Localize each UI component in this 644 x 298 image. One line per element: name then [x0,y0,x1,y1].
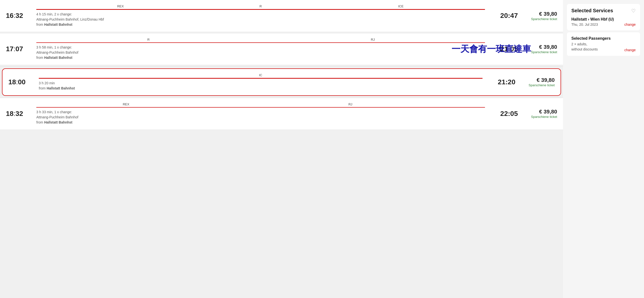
depart-time: 18:32 [6,110,30,118]
train-list: 16:32 REX R ICE 4 h 15 min, 2 x change: [0,0,563,298]
depart-hour: 18 [8,78,16,86]
segment-label: REX [123,102,129,106]
sidebar-selected-services-card: Selected Services ♡ Hallstatt › Wien Hbf… [567,4,640,30]
sidebar-title: Selected Services [571,8,613,13]
duration: 4 h 15 min, 2 x change: [36,12,72,16]
depart-min: 32 [16,110,23,117]
route-info: 3 h 20 min from Hallstatt Bahnhst [39,81,482,91]
passengers-title: Selected Passengers [571,36,636,41]
segment-rex: REX [36,102,216,108]
segment-label: R [147,38,150,41]
train-row[interactable]: 16:32 REX R ICE 4 h 15 min, 2 x change: [0,0,563,32]
depart-time: 16:32 [6,12,30,20]
from-station: Hallstatt Bahnhst [44,56,72,60]
duration: 3 h 58 min, 1 x change: [36,45,72,49]
segment-ice: ICE [317,4,485,10]
route-section: IC 3 h 20 min from Hallstatt Bahnhst [33,73,488,91]
train-row[interactable]: 18:32 REX RJ 3 h 33 min, 1 x change: Att… [0,98,563,130]
sidebar: Selected Services ♡ Hallstatt › Wien Hbf… [563,0,644,298]
segment-label: RJ [371,38,375,41]
arrive-min: 05 [510,110,518,117]
route-date: Thu, 20. Jul 2023 [571,22,598,26]
price-section: € 39,80 Sparschiene ticket [516,77,555,87]
segment-rj: RJ [261,38,485,43]
changes: Attnang-Puchheim Bahnhof [36,50,78,54]
changes: Attnang-Puchheim Bahnhof, Linz/Donau Hbf [36,17,104,21]
from-label: from [39,86,47,90]
arrive-time: 21:20 [488,78,516,86]
route-section: R RJ 3 h 58 min, 1 x change: Attnang-Puc… [30,38,491,61]
depart-hour: 18 [6,110,14,117]
price-section: € 39,80 Sparschiene ticket [518,109,557,119]
depart-hour: 17 [6,45,14,53]
price-section: € 39,80 Sparschiene ticket [518,44,557,54]
segment-line [317,9,485,10]
segment-line [205,9,317,10]
depart-min: 07 [16,45,23,53]
arrive-hour: 21 [500,45,508,53]
segment-line [36,9,205,10]
sidebar-passengers-card: Selected Passengers 2 × adults, without … [567,32,640,56]
arrive-min: 20 [508,78,516,86]
route-section: REX RJ 3 h 33 min, 1 x change: Attnang-P… [30,102,491,125]
passengers-row: 2 × adults, without discounts change [571,42,636,52]
ticket-type: Sparschiene ticket [516,83,555,87]
depart-hour: 16 [6,12,14,19]
arrive-hour: 22 [500,110,508,117]
segment-label: ICE [398,4,404,8]
segment-label: IC [259,73,262,77]
ticket-type: Sparschiene ticket [518,50,557,54]
arrive-hour: 21 [498,78,505,86]
arrive-hour: 20 [500,12,508,19]
price-amount: € 39,80 [518,11,557,17]
segment-label: R [260,4,262,8]
sidebar-header: Selected Services ♡ [571,8,636,14]
route-date-row: Thu, 20. Jul 2023 change [571,22,636,26]
arrive-time: 20:47 [491,12,518,20]
divider [0,66,563,66]
depart-min: 32 [16,12,23,19]
segment-rj: RJ [216,102,485,108]
from-label: from [36,120,44,124]
segment-line [36,42,261,43]
duration: 3 h 20 min [39,81,55,85]
arrive-time: 21:05 [491,45,518,53]
segment-r: R [36,38,261,43]
train-row[interactable]: 17:07 R RJ 3 h 58 min, 1 x change: Attna… [0,33,563,65]
segment-line [216,107,485,108]
segment-label: RJ [348,102,352,106]
depart-time: 17:07 [6,45,30,53]
segment-line [39,78,482,79]
route-change-link[interactable]: change [624,22,636,26]
arrive-min: 47 [510,12,518,19]
price-amount: € 39,80 [516,77,555,83]
depart-min: 00 [18,78,26,86]
heart-icon[interactable]: ♡ [631,8,636,14]
from-station: Hallstatt Bahnhst [47,86,75,90]
route-destination: Hallstatt › Wien Hbf (U) [571,17,636,21]
duration: 3 h 33 min, 1 x change: [36,110,72,114]
ticket-type: Sparschiene ticket [518,115,557,119]
segment-container: IC [39,73,482,79]
arrive-time: 22:05 [491,110,518,118]
changes: Attnang-Puchheim Bahnhof [36,115,78,119]
passengers-line1: 2 × adults, [571,42,587,46]
route-info: 3 h 33 min, 1 x change: Attnang-Puchheim… [36,110,485,125]
segment-line [36,107,216,108]
price-amount: € 39,80 [518,44,557,50]
segment-ic: IC [39,73,482,79]
passengers-change-link[interactable]: change [624,48,636,52]
price-section: € 39,80 Sparschiene ticket [518,11,557,21]
segment-container: REX RJ [36,102,485,108]
from-station: Hallstatt Bahnhst [44,120,72,124]
route-info: 4 h 15 min, 2 x change: Attnang-Puchheim… [36,12,485,27]
from-station: Hallstatt Bahnhst [44,22,72,26]
passengers-info: 2 × adults, without discounts [571,42,598,52]
from-label: from [36,56,44,60]
route-section: REX R ICE 4 h 15 min, 2 x change: Attnan… [30,4,491,27]
train-row-highlighted[interactable]: 18:00 IC 3 h 20 min from Hallstatt Bahnh… [2,68,561,96]
ticket-type: Sparschiene ticket [518,17,557,21]
segment-container: R RJ [36,38,485,43]
passengers-line2: without discounts [571,47,598,51]
segment-r: R [205,4,317,10]
